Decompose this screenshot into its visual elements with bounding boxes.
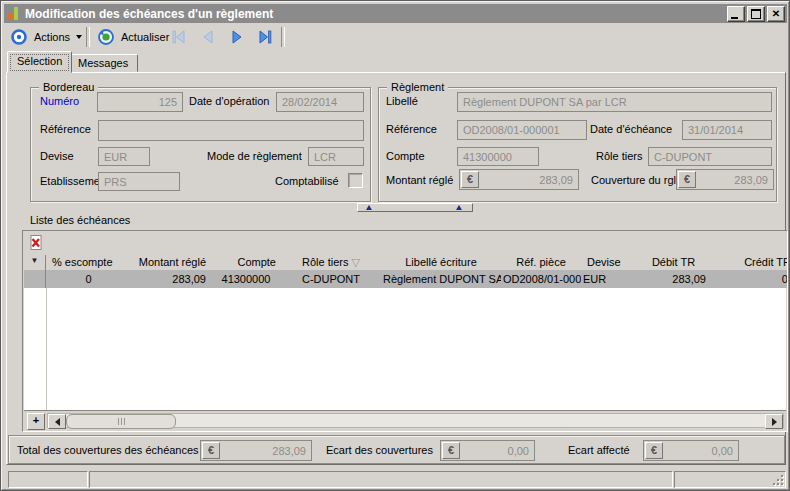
grid-header-cell[interactable]: Rôle tiers ▽ [281, 255, 381, 270]
devise-field: EUR [98, 147, 150, 166]
first-record-button [169, 28, 189, 46]
actions-label: Actions [34, 31, 70, 43]
status-panel-right [674, 471, 786, 488]
refresh-label: Actualiser [121, 31, 169, 43]
first-record-icon [171, 30, 187, 44]
scroll-left-button[interactable] [48, 414, 66, 429]
reference-bordereau-label: Référence [40, 123, 91, 135]
total-couvertures-field: € 283,09 [200, 440, 312, 461]
row-gutter [24, 270, 46, 288]
grid-cell: 0, [711, 270, 788, 288]
comptabilise-label: Comptabilisé [275, 175, 339, 187]
totals-bar: Total des couvertures des échéances € 28… [8, 435, 785, 464]
status-bar [4, 468, 787, 489]
reference-reglement-label: Référence [386, 123, 437, 135]
grid-header-cell[interactable]: % escompte [46, 255, 131, 270]
montant-regle-label: Montant réglé [386, 174, 453, 186]
toolbar-separator [281, 27, 285, 47]
grid-header-cell[interactable]: Montant réglé [131, 255, 211, 270]
ecart-couvertures-label: Ecart des couvertures [326, 444, 433, 456]
ecart-couvertures-value: 0,00 [460, 445, 533, 457]
maximize-button[interactable] [747, 6, 765, 22]
euro-icon[interactable]: € [678, 171, 696, 188]
role-tiers-label: Rôle tiers [596, 150, 642, 162]
total-couvertures-value: 283,09 [220, 445, 310, 457]
couverture-field: € 283,09 [676, 169, 774, 190]
grid-cell: C-DUPONT [281, 270, 381, 288]
next-record-icon [229, 30, 245, 44]
app-window: Modification des échéances d'un règlemen… [0, 0, 790, 491]
window-title: Modification des échéances d'un règlemen… [25, 7, 273, 21]
numero-label: Numéro [40, 95, 79, 107]
couverture-label: Couverture du rglt [591, 174, 679, 186]
resize-grip[interactable] [771, 473, 783, 485]
comptabilise-checkbox [348, 173, 363, 188]
chevron-down-icon [76, 35, 82, 39]
grid-header-row: ▼ % escompte Montant réglé Compte Rôle t… [24, 255, 788, 271]
title-bar[interactable]: Modification des échéances d'un règlemen… [4, 4, 787, 23]
grid-cell: OD2008/01-000 [501, 270, 581, 288]
splitter-handle[interactable] [357, 203, 473, 212]
date-echeance-field: 31/01/2014 [682, 120, 772, 140]
euro-icon[interactable]: € [442, 442, 460, 459]
collapse-up-icon [456, 205, 462, 210]
collapse-up-icon [366, 205, 372, 210]
scroll-right-button[interactable] [765, 414, 783, 429]
grid-header-cell[interactable]: Compte [211, 255, 281, 270]
date-operation-label: Date d'opération [189, 95, 269, 107]
horizontal-scrollbar[interactable] [47, 413, 784, 428]
last-record-button[interactable] [255, 28, 275, 46]
row-marker-icon: ▼ [24, 255, 46, 270]
tab-selection[interactable]: Sélection [7, 51, 72, 73]
close-button[interactable]: ✕ [767, 6, 785, 22]
actions-button[interactable]: Actions [7, 26, 85, 48]
euro-icon[interactable]: € [645, 442, 663, 459]
refresh-button[interactable]: Actualiser [94, 26, 172, 48]
grid-header-cell[interactable]: Libellé écriture [381, 255, 501, 270]
ecart-affecte-label: Ecart affecté [568, 444, 630, 456]
previous-record-icon [200, 30, 216, 44]
ecart-affecte-value: 0,00 [663, 445, 737, 457]
mode-reglement-label: Mode de règlement [207, 150, 302, 162]
reference-bordereau-field [98, 120, 364, 141]
grid-header-cell[interactable]: Crédit TR [711, 255, 788, 270]
grid-header-cell[interactable]: Réf. pièce [501, 255, 581, 270]
tab-messages[interactable]: Messages [68, 54, 138, 72]
filter-icon[interactable]: ▽ [352, 256, 360, 268]
libelle-field: Règlement DUPONT SA par LCR [457, 92, 772, 112]
grid-header-cell[interactable]: Débit TR [636, 255, 711, 270]
table-row-selected[interactable]: 0 283,09 41300000 C-DUPONT Règlement DUP… [24, 270, 788, 288]
main-toolbar: Actions Actualiser [4, 23, 787, 51]
minimize-button[interactable] [727, 6, 745, 22]
mode-reglement-field: LCR [308, 147, 364, 166]
tab-messages-label: Messages [78, 57, 128, 69]
euro-icon[interactable]: € [461, 171, 479, 188]
gutter-line [46, 288, 47, 411]
scrollbar-thumb[interactable] [66, 414, 176, 429]
bordereau-legend: Bordereau [39, 81, 98, 93]
compte-label: Compte [386, 150, 425, 162]
date-echeance-label: Date d'échéance [590, 123, 672, 135]
grid-cell: Règlement DUPONT SA [381, 270, 501, 288]
add-row-button[interactable]: + [27, 413, 45, 430]
grid-footer: + [24, 410, 786, 430]
euro-icon[interactable]: € [202, 442, 220, 459]
echeances-grid-panel: ▼ % escompte Montant réglé Compte Rôle t… [22, 230, 788, 432]
scroll-left-icon [55, 418, 60, 426]
grid-cell: 283,09 [131, 270, 211, 288]
libelle-label: Libellé [386, 95, 418, 107]
delete-row-icon[interactable] [27, 234, 45, 252]
grid-header-cell[interactable]: Devise [581, 255, 636, 270]
scroll-right-icon [772, 418, 777, 426]
date-operation-field: 28/02/2014 [276, 92, 364, 112]
grid-body[interactable] [24, 288, 786, 411]
grid-cell: 0 [46, 270, 131, 288]
total-couvertures-label: Total des couvertures des échéances [17, 444, 199, 456]
close-icon: ✕ [768, 7, 784, 20]
next-record-button[interactable] [227, 28, 247, 46]
grid-cell: 283,09 [636, 270, 711, 288]
etablissement-field: PRS [98, 172, 180, 191]
liste-title: Liste des échéances [30, 214, 130, 226]
actions-icon [10, 28, 28, 46]
tab-focus-rect [11, 55, 68, 70]
